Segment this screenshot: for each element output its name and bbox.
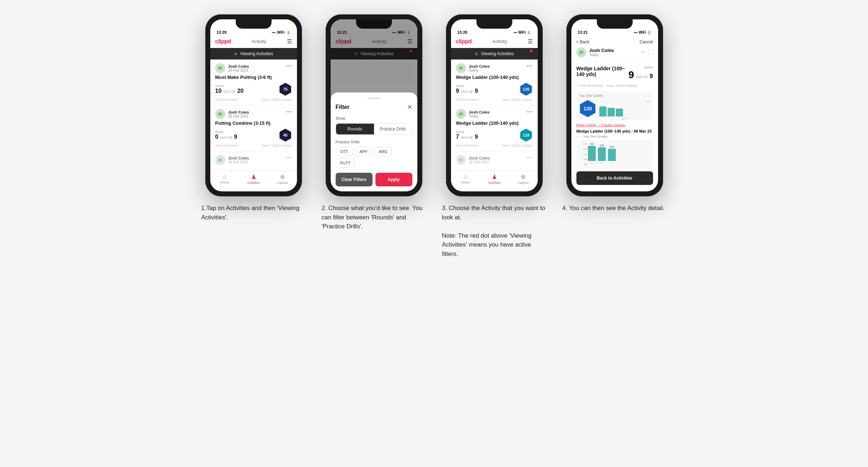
settings-icon-1: ⚙ — [234, 52, 238, 56]
mini-bar-1 — [599, 106, 606, 116]
quality-hex-3-2: 118 — [520, 129, 533, 142]
card-header-1-2: JC Josh Coles 28 Feb 2023 ••• — [215, 109, 292, 119]
user-info-1-1: JC Josh Coles 28 Feb 2023 — [215, 63, 249, 73]
user-info-1-3: JC Josh Coles 28 Feb 2023 — [215, 155, 249, 165]
app-header-3: clippd Activity ☰ — [451, 36, 538, 48]
quality-hex-3-1: 130 — [520, 83, 533, 96]
avg-quality-section-4: Avg Shot Quality 130 130 — [576, 91, 653, 120]
more-dots-3-1[interactable]: ••• — [527, 63, 533, 69]
card-header-3-1: JC Josh Coles Today ••• — [456, 63, 533, 73]
chart-bar-3 — [608, 149, 616, 161]
avatar-4: JC — [576, 47, 586, 57]
user-details-1-1: Josh Coles 28 Feb 2023 — [228, 64, 249, 72]
apply-button[interactable]: Apply — [375, 173, 412, 186]
card-header-1-3: JC Josh Coles 28 Feb 2023 ••• — [215, 155, 292, 165]
session-chart-4: 140 120 100 80 60 132 — [576, 140, 653, 168]
phone-4-screen: 13:21 ▪▪▪ WiFi 🔋 < Back Cancel JC — [571, 19, 658, 191]
detail-actions-4: ✏ ⛶ — [641, 49, 653, 55]
pill-ott[interactable]: OTT — [336, 147, 353, 156]
card-header-1-1: JC Josh Coles 28 Feb 2023 ••• — [215, 63, 292, 73]
activity-card-1-3[interactable]: JC Josh Coles 28 Feb 2023 ••• — [210, 151, 297, 170]
avatar-3-3: JC — [456, 155, 466, 165]
expand-icon-4[interactable]: ⛶ — [648, 49, 653, 55]
nav-home-3[interactable]: ⌂ Home — [451, 173, 480, 185]
detail-user-name-4: Josh Coles — [589, 48, 614, 53]
app-logo-1: clippd — [215, 38, 231, 45]
pill-arg[interactable]: ARG — [374, 147, 392, 156]
user-name-3-1: Josh Coles — [469, 64, 490, 68]
chart-bar-2 — [598, 147, 606, 161]
activity-card-1-1[interactable]: JC Josh Coles 28 Feb 2023 ••• Must Make … — [210, 59, 297, 105]
nav-activities-1[interactable]: ♟ Activities — [239, 173, 268, 185]
step-3-container: 13:20 ▪▪▪ WiFi 🔋 clippd Activity ☰ ⚙ Vie… — [441, 14, 548, 258]
user-info-1-2: JC Josh Coles 28 Feb 2023 — [215, 109, 249, 119]
nav-home-1[interactable]: ⌂ Home — [210, 173, 239, 185]
more-dots-1-2[interactable]: ••• — [286, 109, 292, 115]
detail-shots-4: 9 — [650, 73, 653, 80]
status-icons-3: ▪▪▪ WiFi 🔋 — [513, 30, 531, 34]
quality-hex-large-4: 130 — [579, 100, 596, 117]
battery-icon: 🔋 — [286, 30, 291, 34]
filter-close-icon[interactable]: ✕ — [407, 103, 412, 111]
filter-handle — [368, 97, 380, 99]
user-date-1-1: 28 Feb 2023 — [228, 68, 249, 72]
caption-4: 4. You can then see the Activity detail. — [561, 204, 668, 213]
capture-icon-1: ⊕ — [280, 173, 285, 180]
score-val-1-1: 10 — [215, 88, 222, 94]
back-to-activities-button-4[interactable]: Back to Activities — [576, 171, 653, 185]
detail-activity-title-4: Wedge Ladder (100–140 yds) — [576, 66, 629, 77]
stats-row-1-2: Score 0 OUT OF 9 45 — [215, 129, 292, 142]
step-4-container: 13:21 ▪▪▪ WiFi 🔋 < Back Cancel JC — [561, 14, 668, 213]
caption-2: 2. Choose what you'd like to see. You ca… — [320, 204, 428, 231]
signal-icon: ▪▪▪ — [272, 30, 276, 34]
filter-actions: Clear Filters Apply — [336, 173, 412, 186]
activity-name-3-1: Wedge Ladder (100-140 yds) — [456, 75, 533, 80]
pill-app[interactable]: APP — [355, 147, 372, 156]
cancel-button-4[interactable]: Cancel — [639, 39, 653, 44]
more-dots-1-1[interactable]: ••• — [286, 63, 292, 69]
app-header-1: clippd Activity ☰ — [210, 36, 297, 48]
phone-3: 13:20 ▪▪▪ WiFi 🔋 clippd Activity ☰ ⚙ Vie… — [446, 14, 543, 196]
mini-chart-4: 130 APP — [599, 100, 650, 118]
viewing-bar-1[interactable]: ⚙ Viewing Activities — [210, 48, 297, 59]
stats-row-1-1: Score 10 OUT OF 20 75 — [215, 83, 292, 96]
filter-title: Filter — [336, 104, 350, 110]
menu-icon-3[interactable]: ☰ — [528, 38, 533, 45]
settings-icon-3: ⚙ — [475, 52, 478, 56]
nav-capture-3[interactable]: ⊕ Capture — [509, 173, 538, 185]
pill-putt[interactable]: PUTT — [336, 158, 355, 168]
nav-activities-3[interactable]: ♟ Activities — [480, 173, 509, 185]
avatar-1-2: JC — [215, 109, 225, 119]
more-dots-1-3[interactable]: ••• — [286, 155, 292, 161]
chart-bar-1 — [588, 146, 596, 161]
app-title-1: Activity — [251, 39, 266, 44]
avatar-3-2: JC — [456, 109, 466, 119]
activity-link-4: Player Activity → Practice Session — [576, 123, 653, 127]
phone-notch-3 — [476, 19, 512, 29]
detail-user-date-4: Today — [589, 53, 614, 57]
detail-nav-4: < Back Cancel — [576, 39, 653, 44]
practice-drills-label: Practice Drills — [336, 140, 412, 144]
tab-practice-drills[interactable]: Practice Drills — [374, 124, 412, 134]
more-dots-3-2[interactable]: ••• — [527, 109, 533, 115]
detail-score-4: 9 — [628, 69, 634, 81]
activity-card-1-2[interactable]: JC Josh Coles 28 Feb 2023 ••• Putting Co… — [210, 105, 297, 151]
menu-icon-1[interactable]: ☰ — [287, 38, 292, 45]
detail-user-row-4: JC Josh Coles Today ✏ ⛶ — [576, 47, 653, 57]
edit-icon-4[interactable]: ✏ — [641, 49, 645, 55]
status-time-1: 13:20 — [217, 30, 227, 34]
viewing-bar-3[interactable]: ⚙ Viewing Activities — [451, 48, 538, 59]
activity-card-3-3[interactable]: JC Josh Coles 28 Feb 2023 ••• — [451, 151, 538, 170]
back-button-4[interactable]: < Back — [576, 39, 590, 44]
nav-capture-1[interactable]: ⊕ Capture — [268, 173, 297, 185]
user-name-1-3: Josh Coles — [228, 156, 249, 160]
activity-card-3-2[interactable]: JC Josh Coles Today ••• Wedge Ladder (10… — [451, 105, 538, 151]
filter-tabs: Rounds Practice Drills — [336, 123, 412, 135]
user-date-1-2: 28 Feb 2023 — [228, 114, 249, 118]
activity-card-3-1[interactable]: JC Josh Coles Today ••• Wedge Ladder (10… — [451, 59, 538, 105]
tab-rounds[interactable]: Rounds — [336, 124, 374, 134]
user-date-3-1: Today — [469, 68, 490, 72]
quality-hex-1-2: 45 — [279, 129, 292, 142]
wifi-icon: WiFi — [277, 30, 284, 34]
clear-filters-button[interactable]: Clear Filters — [336, 173, 373, 186]
